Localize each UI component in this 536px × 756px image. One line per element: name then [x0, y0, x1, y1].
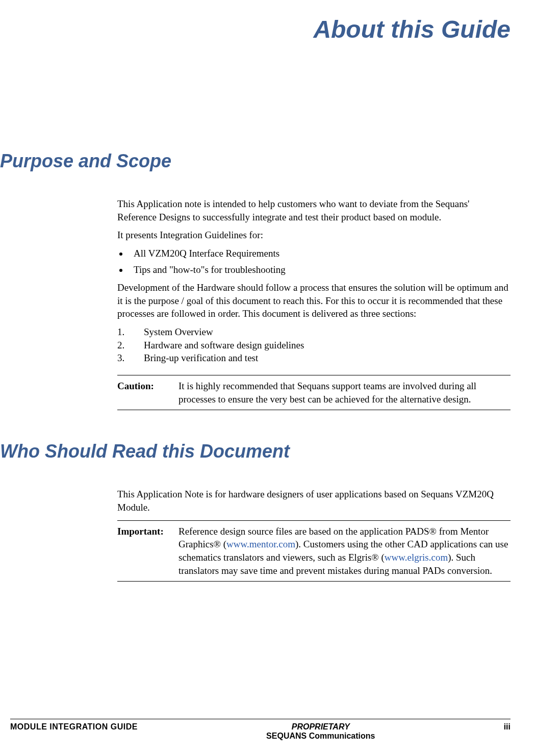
footer-left: MODULE INTEGRATION GUIDE [10, 722, 138, 741]
link-mentor[interactable]: www.mentor.com [226, 539, 295, 549]
page-footer: MODULE INTEGRATION GUIDE PROPRIETARY SEQ… [10, 719, 511, 741]
caution-box: Caution: It is highly recommended that S… [117, 375, 511, 410]
list-item: All VZM20Q Interface Requirements [129, 247, 511, 260]
section-who-body: This Application Note is for hardware de… [117, 488, 511, 582]
caution-label: Caution: [117, 380, 178, 393]
link-elgris[interactable]: www.elgris.com [385, 552, 448, 563]
caution-text: It is highly recommended that Sequans su… [178, 380, 511, 406]
list-item: 2.Hardware and software design guideline… [117, 339, 511, 352]
paragraph: It presents Integration Guidelines for: [117, 229, 511, 242]
paragraph: This Application Note is for hardware de… [117, 488, 511, 514]
paragraph: This Application note is intended to hel… [117, 197, 511, 223]
page-number: iii [504, 722, 511, 741]
heading-purpose-scope: Purpose and Scope [0, 150, 511, 172]
heading-who-should-read: Who Should Read this Document [0, 441, 511, 462]
numbered-list: 1.System Overview 2.Hardware and softwar… [117, 325, 511, 365]
list-item: 3.Bring-up verification and test [117, 351, 511, 365]
footer-center: PROPRIETARY SEQUANS Communications [138, 722, 504, 741]
bullet-list: All VZM20Q Interface Requirements Tips a… [129, 247, 511, 276]
list-item: Tips and "how-to"s for troubleshooting [129, 263, 511, 276]
list-item: 1.System Overview [117, 325, 511, 339]
important-box: Important: Reference design source files… [117, 520, 511, 582]
important-label: Important: [117, 525, 178, 538]
paragraph: Development of the Hardware should follo… [117, 281, 511, 320]
important-text: Reference design source files are based … [178, 525, 511, 577]
page-title: About this Guide [0, 15, 511, 43]
section-purpose-body: This Application note is intended to hel… [117, 197, 511, 410]
